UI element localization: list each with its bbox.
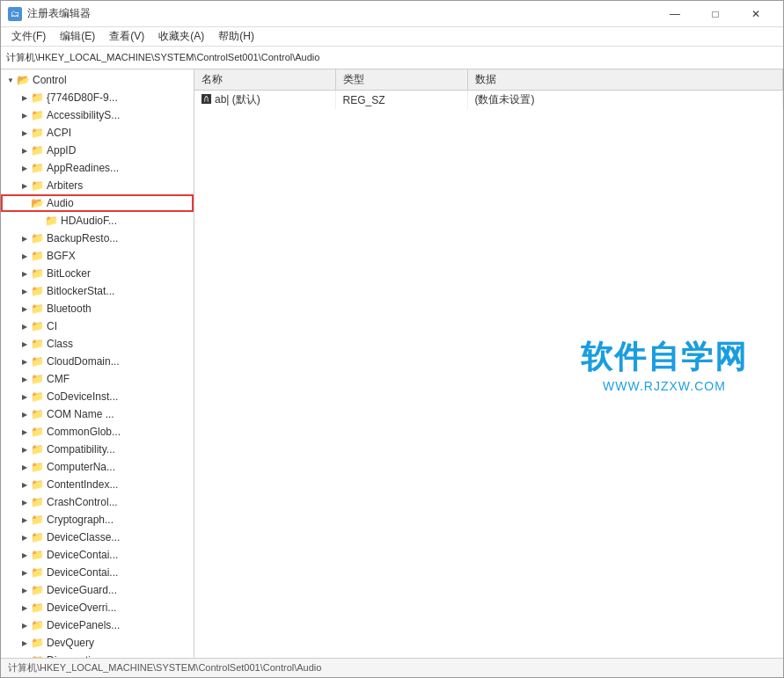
menu-item-h[interactable]: 帮助(H) bbox=[211, 27, 261, 46]
folder-icon: 📁 bbox=[31, 637, 44, 649]
expand-arrow[interactable]: ▶ bbox=[18, 179, 31, 193]
tree-item[interactable]: ▶📁CoDeviceInst... bbox=[1, 388, 194, 405]
folder-icon: 📁 bbox=[31, 566, 44, 579]
expand-arrow[interactable]: ▶ bbox=[18, 565, 31, 580]
tree-item[interactable]: ▶📁DeviceContai... bbox=[1, 546, 194, 564]
tree-item[interactable]: ▶📁Compatibility... bbox=[1, 441, 194, 458]
tree-item-label: Arbiters bbox=[47, 179, 83, 192]
tree-item[interactable]: ▶📁CI bbox=[1, 317, 194, 335]
folder-icon: 📁 bbox=[31, 162, 44, 174]
tree-item[interactable]: ▶📁ACPI bbox=[1, 124, 194, 142]
tree-item[interactable]: ▶📁COM Name ... bbox=[1, 405, 194, 423]
folder-icon: 📁 bbox=[31, 91, 44, 104]
folder-icon: 📁 bbox=[31, 478, 44, 491]
folder-icon: 📁 bbox=[31, 584, 44, 596]
tree-item[interactable]: ▶📁DeviceGuard... bbox=[1, 581, 194, 599]
expand-arrow[interactable]: ▶ bbox=[18, 442, 31, 456]
tree-item[interactable]: ▶📁BitlockerStat... bbox=[1, 282, 194, 300]
expand-arrow[interactable]: ▶ bbox=[18, 161, 31, 175]
tree-item[interactable]: ▶📁Bluetooth bbox=[1, 300, 194, 317]
expand-arrow[interactable]: ▶ bbox=[18, 618, 31, 632]
tree-item[interactable]: ▶📁AccessibilityS... bbox=[1, 106, 194, 124]
maximize-button[interactable]: □ bbox=[695, 1, 736, 27]
tree-item[interactable]: ▶📁Diagnostics bbox=[1, 652, 194, 658]
tree-item[interactable]: ▶📁BGFX bbox=[1, 247, 194, 265]
tree-item[interactable]: 📁HDAudioF... bbox=[1, 212, 194, 230]
tree-item-label: Class bbox=[47, 338, 73, 350]
expand-arrow[interactable]: ▶ bbox=[18, 601, 31, 615]
tree-item[interactable]: ▶📁BackupResto... bbox=[1, 230, 194, 247]
tree-item[interactable]: ▶📁AppReadines... bbox=[1, 159, 194, 177]
expand-arrow[interactable]: ▶ bbox=[18, 425, 31, 439]
expand-arrow[interactable]: ▶ bbox=[18, 319, 31, 333]
menu-item-v[interactable]: 查看(V) bbox=[102, 27, 151, 46]
expand-arrow[interactable]: ▶ bbox=[18, 372, 31, 386]
expand-arrow[interactable]: ▶ bbox=[18, 266, 31, 281]
expand-arrow[interactable]: ▶ bbox=[18, 636, 31, 650]
tree-item[interactable]: ▼📂Control bbox=[1, 71, 194, 89]
folder-icon: 📁 bbox=[31, 496, 44, 508]
expand-arrow[interactable]: ▶ bbox=[18, 548, 31, 562]
tree-item[interactable]: ▼📂Audio bbox=[1, 194, 194, 212]
expand-arrow[interactable]: ▶ bbox=[18, 143, 31, 157]
folder-icon: 📁 bbox=[31, 144, 44, 157]
tree-item[interactable]: ▶📁ContentIndex... bbox=[1, 476, 194, 493]
tree-item-label: CMF bbox=[47, 373, 70, 385]
expand-arrow[interactable]: ▶ bbox=[18, 460, 31, 474]
expand-arrow[interactable]: ▶ bbox=[18, 249, 31, 263]
menu-item-a[interactable]: 收藏夹(A) bbox=[151, 27, 211, 46]
tree-item-label: DevicePanels... bbox=[47, 619, 120, 631]
minimize-button[interactable]: — bbox=[655, 1, 695, 27]
tree-item[interactable]: ▶📁DevicePanels... bbox=[1, 616, 194, 634]
close-button[interactable]: ✕ bbox=[736, 1, 776, 27]
tree-item[interactable]: ▶📁CloudDomain... bbox=[1, 353, 194, 370]
menu-item-e[interactable]: 编辑(E) bbox=[53, 27, 102, 46]
tree-item[interactable]: ▶📁AppID bbox=[1, 142, 194, 159]
tree-item-label: BitLocker bbox=[47, 267, 91, 280]
expand-arrow[interactable]: ▶ bbox=[18, 407, 31, 421]
expand-arrow[interactable]: ▼ bbox=[18, 196, 31, 210]
tree-item[interactable]: ▶📁ComputerNa... bbox=[1, 458, 194, 476]
menu-item-f[interactable]: 文件(F) bbox=[4, 27, 53, 46]
expand-arrow[interactable]: ▶ bbox=[18, 126, 31, 140]
tree-panel[interactable]: ▼📂Control▶📁{7746D80F-9...▶📁Accessibility… bbox=[1, 69, 194, 658]
tree-item[interactable]: ▶📁DeviceOverri... bbox=[1, 599, 194, 616]
expand-arrow[interactable]: ▶ bbox=[18, 284, 31, 298]
tree-item-label: CommonGlob... bbox=[47, 426, 121, 438]
folder-icon: 📁 bbox=[31, 320, 44, 332]
expand-arrow[interactable] bbox=[33, 214, 45, 228]
tree-item-label: Bluetooth bbox=[47, 303, 92, 315]
expand-arrow[interactable]: ▶ bbox=[18, 530, 31, 544]
expand-arrow[interactable]: ▶ bbox=[18, 302, 31, 316]
cell-name: 🅰ab| (默认) bbox=[194, 91, 335, 110]
table-row[interactable]: 🅰ab| (默认)REG_SZ(数值未设置) bbox=[194, 91, 783, 110]
folder-icon: 📁 bbox=[31, 531, 44, 543]
expand-arrow[interactable]: ▶ bbox=[18, 513, 31, 527]
tree-item[interactable]: ▶📁CMF bbox=[1, 370, 194, 388]
expand-arrow[interactable]: ▶ bbox=[18, 231, 31, 245]
tree-item[interactable]: ▶📁Arbiters bbox=[1, 177, 194, 194]
folder-icon: 📁 bbox=[31, 426, 44, 438]
expand-arrow[interactable]: ▶ bbox=[18, 478, 31, 492]
tree-item[interactable]: ▶📁Class bbox=[1, 335, 194, 353]
expand-arrow[interactable]: ▶ bbox=[18, 495, 31, 509]
main-window: 🗂 注册表编辑器 — □ ✕ 文件(F)编辑(E)查看(V)收藏夹(A)帮助(H… bbox=[0, 0, 784, 678]
window-title: 注册表编辑器 bbox=[27, 6, 655, 21]
tree-item[interactable]: ▶📁BitLocker bbox=[1, 265, 194, 282]
tree-item[interactable]: ▶📁Cryptograph... bbox=[1, 511, 194, 529]
folder-icon: 📁 bbox=[31, 390, 44, 403]
expand-arrow[interactable]: ▶ bbox=[18, 390, 31, 404]
expand-arrow[interactable]: ▶ bbox=[18, 583, 31, 597]
expand-arrow[interactable]: ▼ bbox=[4, 73, 17, 87]
expand-arrow[interactable]: ▶ bbox=[18, 108, 31, 122]
tree-item[interactable]: ▶📁DeviceContai... bbox=[1, 564, 194, 581]
tree-item[interactable]: ▶📁CommonGlob... bbox=[1, 423, 194, 441]
expand-arrow[interactable]: ▶ bbox=[18, 337, 31, 351]
tree-item[interactable]: ▶📁CrashControl... bbox=[1, 493, 194, 511]
tree-item[interactable]: ▶📁DevQuery bbox=[1, 634, 194, 652]
expand-arrow[interactable]: ▶ bbox=[18, 354, 31, 368]
tree-item[interactable]: ▶📁DeviceClasse... bbox=[1, 529, 194, 546]
expand-arrow[interactable]: ▶ bbox=[18, 91, 31, 105]
folder-icon: 📁 bbox=[31, 443, 44, 456]
tree-item[interactable]: ▶📁{7746D80F-9... bbox=[1, 89, 194, 106]
